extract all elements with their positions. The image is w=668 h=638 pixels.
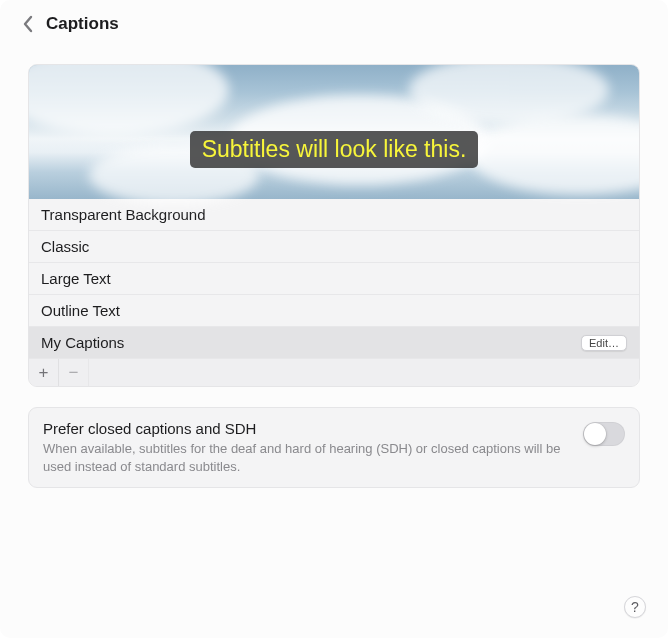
cloud-shape: [28, 64, 229, 135]
subtitle-sample-text: Subtitles will look like this.: [202, 136, 467, 162]
header: Captions: [0, 0, 668, 46]
style-row-label: Large Text: [41, 270, 111, 287]
edit-style-button[interactable]: Edit…: [581, 335, 627, 351]
style-row-label: Transparent Background: [41, 206, 206, 223]
remove-style-button[interactable]: −: [59, 359, 89, 386]
style-row-large-text[interactable]: Large Text: [29, 262, 639, 294]
style-row-transparent[interactable]: Transparent Background: [29, 199, 639, 230]
add-style-button[interactable]: +: [29, 359, 59, 386]
page-title: Captions: [46, 14, 119, 34]
help-button[interactable]: ?: [624, 596, 646, 618]
plus-icon: +: [39, 363, 49, 383]
minus-icon: −: [69, 363, 79, 383]
prefer-sdh-description: When available, subtitles for the deaf a…: [43, 440, 569, 475]
style-row-label: Classic: [41, 238, 89, 255]
subtitle-preview: Subtitles will look like this.: [29, 65, 639, 199]
help-icon: ?: [631, 599, 639, 615]
style-row-outline-text[interactable]: Outline Text: [29, 294, 639, 326]
chevron-left-icon: [22, 15, 34, 33]
subtitle-sample-box: Subtitles will look like this.: [190, 131, 479, 168]
cloud-shape: [469, 115, 640, 195]
style-row-label: Outline Text: [41, 302, 120, 319]
toggle-knob: [584, 423, 606, 445]
style-list: Transparent Background Classic Large Tex…: [29, 199, 639, 358]
back-button[interactable]: [18, 14, 38, 34]
prefer-sdh-title: Prefer closed captions and SDH: [43, 420, 569, 437]
prefer-sdh-toggle[interactable]: [583, 422, 625, 446]
content-area: Subtitles will look like this. Transpare…: [0, 46, 668, 638]
prefer-sdh-card: Prefer closed captions and SDH When avai…: [28, 407, 640, 488]
style-list-controls: + −: [29, 358, 639, 386]
styles-card: Subtitles will look like this. Transpare…: [28, 64, 640, 387]
style-row-classic[interactable]: Classic: [29, 230, 639, 262]
style-row-my-captions[interactable]: My Captions Edit…: [29, 326, 639, 358]
prefer-text-block: Prefer closed captions and SDH When avai…: [43, 420, 569, 475]
style-row-label: My Captions: [41, 334, 124, 351]
captions-settings-pane: Captions Subtitles will look like this. …: [0, 0, 668, 638]
